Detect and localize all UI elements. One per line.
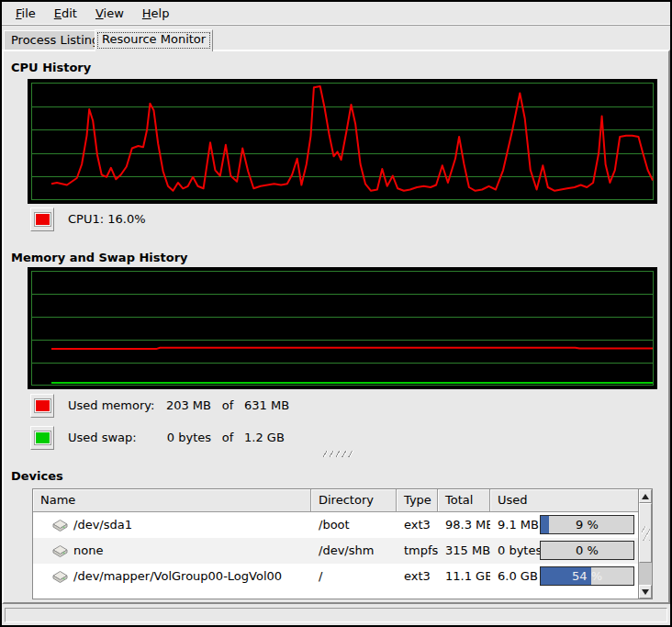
device-used: 6.0 GB [498,564,538,589]
system-monitor-window: FileEditViewHelp Process Listing Resourc… [0,0,672,627]
cpu-legend-row: CPU1: 16.0% [30,207,398,231]
arrow-up-icon [642,494,649,499]
device-name: /dev/sda1 [73,512,132,538]
device-total: 11.1 GB [438,564,490,589]
device-type: ext3 [397,512,438,538]
swap-color-button[interactable] [30,426,54,450]
device-used: 0 bytes [498,538,542,564]
menubar: FileEditViewHelp [2,2,670,26]
device-usage-bar: 0 % [540,541,634,560]
resource-monitor-page: CPU History CPU1: 16.0% Memory and Swap … [2,50,670,604]
device-name: none [73,538,103,564]
arrow-down-icon [642,589,649,595]
cpu-history-plot [31,83,654,200]
device-usage-percent: 9 % [541,516,633,533]
device-usage-percent: 0 % [541,542,633,559]
hard-disk-icon [51,519,69,532]
tab-resource-monitor-label: Resource Monitor [102,32,206,46]
devices-scrollbar[interactable] [638,489,652,599]
memory-history-title: Memory and Swap History [11,251,188,264]
device-row[interactable]: /dev/sda1 /boot ext3 98.3 MB 9.1 MB 9 % [33,512,638,538]
device-directory: /dev/shm [311,538,397,564]
menu-help[interactable]: Help [136,2,176,25]
device-total: 98.3 MB [438,512,490,538]
cpu-color-swatch [35,213,50,226]
devices-table: Name Directory Type Total Used /dev/sda1… [32,488,653,599]
devices-title: Devices [11,469,63,483]
device-used: 9.1 MB [498,512,539,538]
device-name: /dev/mapper/VolGroup00-LogVol00 [73,564,282,589]
used-memory-legend-row: Used memory: 203 MB of 631 MB [30,394,416,418]
device-type: tmpfs [397,538,438,564]
cpu-color-button[interactable] [30,207,54,231]
menu-view[interactable]: View [89,2,130,25]
cpu-history-title: CPU History [11,61,91,74]
used-memory-of: of [211,394,244,418]
column-header-used[interactable]: Used [490,489,638,512]
swap-total-value: 1.2 GB [244,426,285,450]
device-directory: / [311,564,397,589]
cpu-history-chart [28,79,657,204]
devices-table-header: Name Directory Type Total Used [33,489,638,512]
device-usage-percent: 54 % [541,567,633,585]
hard-disk-icon [51,570,69,584]
device-row[interactable]: /dev/mapper/VolGroup00-LogVol00 / ext3 1… [33,564,638,589]
scrollbar-grip-icon [642,526,650,541]
tab-process-listing-label: Process Listing [11,33,99,47]
pane-resize-grip[interactable] [323,451,354,457]
tab-process-listing[interactable]: Process Listing [4,30,106,50]
tab-strip: Process Listing Resource Monitor [2,28,670,51]
devices-table-body: /dev/sda1 /boot ext3 98.3 MB 9.1 MB 9 % … [33,512,638,599]
memory-color-swatch [35,399,50,412]
device-directory: /boot [311,512,397,538]
scrollbar-down-button[interactable] [639,585,652,599]
used-swap-value: 0 bytes [152,426,211,450]
hard-disk-icon [51,544,69,558]
used-memory-label: Used memory: [68,394,152,418]
swap-color-swatch [35,431,50,444]
device-usage-bar: 54 % [540,566,634,586]
cpu-legend-label: CPU1: 16.0% [68,207,146,231]
memory-swap-chart [28,267,657,389]
device-usage-bar: 9 % [540,515,634,534]
status-bar [5,608,667,622]
memory-swap-plot [31,271,654,386]
used-swap-of: of [211,426,244,450]
column-header-name[interactable]: Name [33,489,311,512]
column-header-directory[interactable]: Directory [311,489,397,512]
used-swap-legend-row: Used swap: 0 bytes of 1.2 GB [30,426,416,450]
scrollbar-up-button[interactable] [639,489,652,503]
memory-total-value: 631 MB [244,394,289,418]
device-type: ext3 [397,564,438,589]
scrollbar-thumb[interactable] [639,503,652,563]
column-header-total[interactable]: Total [438,489,490,512]
device-row[interactable]: none /dev/shm tmpfs 315 MB 0 bytes 0 % [33,538,638,564]
menu-file[interactable]: File [9,2,42,25]
menu-edit[interactable]: Edit [48,2,84,25]
used-memory-value: 203 MB [152,394,211,418]
memory-color-button[interactable] [30,394,54,418]
device-total: 315 MB [438,538,490,564]
used-swap-label: Used swap: [68,426,152,450]
column-header-type[interactable]: Type [397,489,438,512]
tab-resource-monitor[interactable]: Resource Monitor [95,29,213,51]
